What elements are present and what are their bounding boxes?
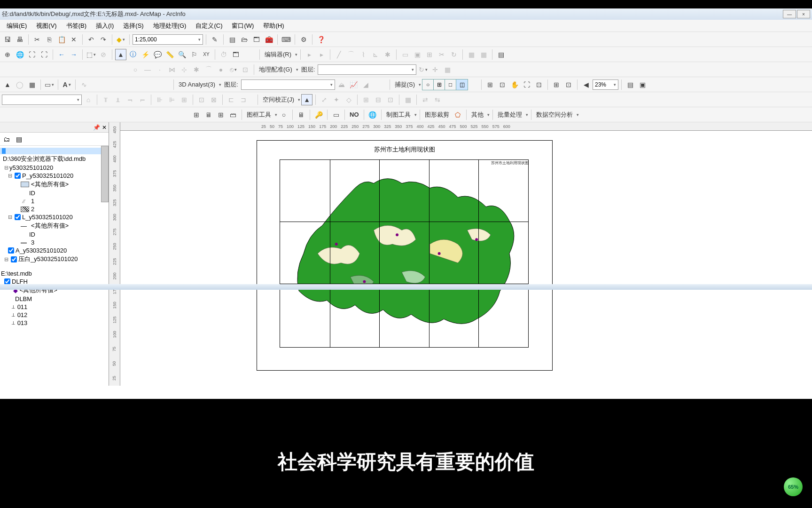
menu-bookmark[interactable]: 书签(B) <box>62 21 91 31</box>
analyst3d-label[interactable]: 3D Analyst(3) <box>177 81 217 88</box>
batch-label[interactable]: 批量处理 <box>496 111 524 119</box>
rect-draw-icon[interactable]: ▭▾ <box>44 79 55 90</box>
menu-insert[interactable]: 插入(I) <box>91 21 118 31</box>
model-builder-icon[interactable]: ⚙ <box>298 34 309 45</box>
menu-custom[interactable]: 自定义(C) <box>191 21 227 31</box>
rect2-icon[interactable]: ▭ <box>330 109 342 120</box>
text-tool-icon[interactable]: A▾ <box>61 79 72 90</box>
zoom-in-icon[interactable]: ⊕ <box>2 49 13 60</box>
close-button[interactable]: × <box>797 10 810 18</box>
data-spatial-label[interactable]: 数据空间分析 <box>534 111 575 119</box>
georef-label[interactable]: 地理配准(G) <box>257 65 294 74</box>
next-extent-icon[interactable]: → <box>68 49 79 60</box>
snap-end-icon[interactable]: ⊞ <box>434 79 445 90</box>
print-icon[interactable]: 🖶 <box>14 34 25 45</box>
prev-extent-icon[interactable]: ← <box>56 49 67 60</box>
zoom-page-icon[interactable]: ⊞ <box>551 79 562 90</box>
layer-l-checkbox[interactable] <box>15 214 21 220</box>
snap-vertex-icon[interactable]: □ <box>445 79 456 90</box>
analyst-layer-combo[interactable]: ▾ <box>241 79 335 90</box>
layer-p-checkbox[interactable] <box>15 173 21 179</box>
monitor-icon[interactable]: 🖥 <box>203 109 214 120</box>
data-frame[interactable] <box>280 159 529 348</box>
catalog-icon[interactable]: 🗁 <box>239 34 250 45</box>
python-icon[interactable]: ⌨ <box>281 34 292 45</box>
copy-icon[interactable]: ⎘ <box>44 34 55 45</box>
menu-view[interactable]: 视图(V) <box>31 21 61 31</box>
frame-tool-label[interactable]: 图框工具 <box>245 111 273 119</box>
monitor2-icon[interactable]: 🖥 <box>296 109 307 120</box>
pan-icon[interactable]: ✋ <box>509 79 520 90</box>
undo-icon[interactable]: ↶ <box>86 34 97 45</box>
toc-icon[interactable]: ▤ <box>226 34 238 45</box>
clip-label[interactable]: 图形裁剪 <box>423 111 451 119</box>
layout-tool2-icon[interactable]: ⊡ <box>497 79 508 90</box>
find-route-icon[interactable]: ⚐ <box>188 49 200 60</box>
no-label[interactable]: NO <box>348 111 361 118</box>
prev-page-icon[interactable]: ◀ <box>580 79 592 90</box>
zoom-combo[interactable]: 23%▾ <box>593 79 618 90</box>
zoom-width-icon[interactable]: ⊡ <box>563 79 574 90</box>
layer-a-checkbox[interactable] <box>8 247 14 254</box>
select-elements-icon[interactable]: ▲ <box>115 49 126 60</box>
identify-icon[interactable]: ⓘ <box>127 49 139 60</box>
scale-combo[interactable]: 1:25,000▾ <box>133 34 203 45</box>
delete-icon[interactable]: ✕ <box>68 34 79 45</box>
full-extent-icon[interactable]: ⛶ <box>26 49 38 60</box>
whats-this-icon[interactable]: ❓ <box>315 34 327 45</box>
select-element-icon[interactable]: ▲ <box>2 79 13 90</box>
select-features-icon[interactable]: ⬚▾ <box>86 49 97 60</box>
add-data-icon[interactable]: ◆▾ <box>115 34 126 45</box>
other-label[interactable]: 其他 <box>469 111 485 119</box>
create-features-icon[interactable]: ▤ <box>495 49 507 60</box>
grid2-icon[interactable]: ⊞ <box>215 109 226 120</box>
polygon-icon[interactable]: ⬠ <box>452 109 463 120</box>
globe2-icon[interactable]: 🌐 <box>367 109 378 120</box>
list-by-draw-icon[interactable]: 🗂 <box>2 135 11 144</box>
georef-layer-combo[interactable]: ▾ <box>318 64 416 75</box>
save-icon[interactable]: 🖫 <box>2 34 13 45</box>
toggle-draft-icon[interactable]: ▤ <box>625 79 636 90</box>
redo-icon[interactable]: ↷ <box>98 34 109 45</box>
carto-tool-label[interactable]: 制图工具 <box>384 111 413 119</box>
page-layout[interactable]: 苏州市土地利用现状图 苏州市土地利用现状图 <box>257 140 553 371</box>
paste-icon[interactable]: 📋 <box>56 34 67 45</box>
pin-icon[interactable]: 📌 <box>93 124 100 131</box>
key-icon[interactable]: 🔑 <box>313 109 324 120</box>
menu-edit[interactable]: 编辑(E) <box>2 21 31 31</box>
minimize-button[interactable]: — <box>783 10 796 18</box>
select-adj-icon[interactable]: ▲ <box>301 94 312 105</box>
editor-toolbar-icon[interactable]: ✎ <box>209 34 220 45</box>
fixed-zoom-icon[interactable]: ⛶ <box>39 49 50 60</box>
create-viewer-icon[interactable]: 🗔 <box>230 49 242 60</box>
editor-label[interactable]: 编辑器(R) <box>263 50 293 59</box>
menu-help[interactable]: 帮助(H) <box>258 21 289 31</box>
spatial-adj-label[interactable]: 空间校正(J) <box>261 95 296 104</box>
cut-icon[interactable]: ✂ <box>31 34 43 45</box>
rect-sel-icon[interactable]: ▦ <box>26 79 38 90</box>
layers-icon[interactable]: 🗃 <box>227 109 239 120</box>
globe-icon[interactable]: 🌐 <box>14 49 25 60</box>
layout-zoom-icon[interactable]: ⛶ <box>521 79 532 90</box>
layer-blank-checkbox[interactable] <box>11 256 17 262</box>
focus-frame-icon[interactable]: ▣ <box>637 79 648 90</box>
measure-icon[interactable]: 📏 <box>164 49 175 60</box>
arctoolbox-icon[interactable]: 🧰 <box>263 34 274 45</box>
snap-label[interactable]: 捕捉(S) <box>393 80 417 89</box>
layout-view[interactable]: 苏州市土地利用现状图 苏州市土地利用现状图 <box>120 131 812 386</box>
menu-window[interactable]: 窗口(W) <box>227 21 258 31</box>
menu-geoproc[interactable]: 地理处理(G) <box>148 21 191 31</box>
snap-edge-icon[interactable]: ◫ <box>456 79 468 90</box>
list-by-source-icon[interactable]: ▤ <box>14 135 23 144</box>
circle2-icon[interactable]: ○ <box>278 109 289 120</box>
menu-select[interactable]: 选择(S) <box>118 21 148 31</box>
toc-scrollbar[interactable] <box>101 146 109 202</box>
layout-tool1-icon[interactable]: ⊞ <box>484 79 496 90</box>
toc-tree[interactable]: D:\360安全浏览器下载\dd.mdb ⊟y530325101020 ⊟P_y… <box>0 146 109 386</box>
layout-100-icon[interactable]: ⊡ <box>533 79 545 90</box>
snap-point-icon[interactable]: ○ <box>422 79 434 90</box>
grid1-icon[interactable]: ⊞ <box>191 109 202 120</box>
toc-close-icon[interactable]: ✕ <box>102 124 107 131</box>
search-window-icon[interactable]: 🗔 <box>251 34 262 45</box>
find-icon[interactable]: 🔍 <box>176 49 187 60</box>
